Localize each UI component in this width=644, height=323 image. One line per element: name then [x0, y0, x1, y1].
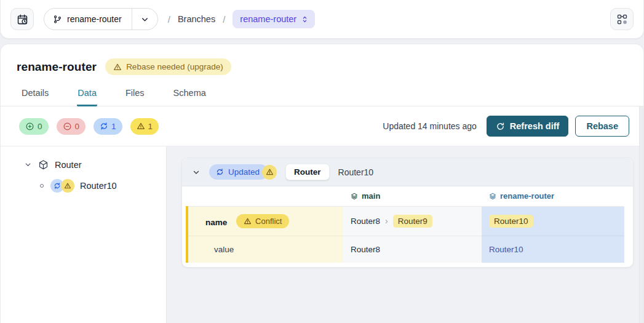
branch-selector-current[interactable]: rename-router	[44, 9, 132, 30]
layers-stack-icon	[351, 193, 358, 200]
diff-stats: 0 0	[19, 118, 159, 135]
tree-node-router-label: Router	[55, 160, 82, 170]
record-tree-panel: Router	[1, 146, 167, 323]
git-branch-icon	[53, 15, 62, 24]
refresh-icon	[496, 122, 505, 131]
change-arrow: ›	[385, 216, 388, 226]
vertical-scrollbar[interactable]	[639, 106, 643, 323]
branch-value-cell-name: Router10	[482, 206, 624, 236]
warning-triangle-icon	[244, 217, 252, 225]
conflict-pill-label: Conflict	[255, 217, 282, 226]
sync-icon	[100, 122, 108, 130]
branch-selector-label: rename-router	[67, 14, 122, 24]
history-button[interactable]	[10, 8, 34, 30]
stat-removed: 0	[57, 118, 86, 135]
package-cube-icon	[38, 159, 49, 170]
tree-node-router10[interactable]: Router10	[40, 179, 166, 193]
refresh-diff-label: Refresh diff	[510, 121, 560, 131]
compare-branch-column-header: rename-router	[482, 186, 624, 206]
warning-triangle-icon	[266, 168, 274, 176]
tab-details[interactable]: Details	[21, 84, 49, 106]
updated-status-pill: Updated	[209, 164, 268, 180]
tab-files[interactable]: Files	[125, 84, 145, 106]
conflict-indicator-badge	[262, 165, 277, 180]
record-type-chip: Router	[285, 164, 330, 180]
diff-row-value: value Router8 Router10	[187, 236, 624, 263]
field-cell-value: value	[187, 236, 343, 263]
tree-node-status-badges	[50, 179, 74, 193]
old-value: Router8	[351, 217, 380, 226]
base-value: Router8	[351, 245, 380, 254]
refresh-diff-button[interactable]: Refresh diff	[487, 116, 569, 137]
page-title: rename-router	[17, 60, 97, 74]
breadcrumb-branches-link[interactable]: Branches	[178, 14, 215, 24]
branch-selector[interactable]: rename-router	[44, 8, 158, 30]
breadcrumb-branch-dropdown[interactable]: rename-router	[233, 10, 315, 28]
tab-bar: Details Data Files Schema	[1, 84, 643, 106]
compare-branch-name: rename-router	[500, 191, 554, 201]
data-tab-panel: 0 0	[1, 106, 643, 323]
branch-value-highlight: Router10	[489, 215, 533, 228]
base-branch-name: main	[362, 191, 380, 201]
calendar-clock-icon	[17, 14, 28, 25]
field-label: name	[205, 218, 227, 227]
tree-bullet-icon	[40, 184, 44, 188]
breadcrumb-separator: /	[223, 14, 225, 25]
branch-value-cell-value: Router10	[482, 236, 624, 263]
chevron-up-down-icon	[301, 15, 309, 23]
diff-panels: Router	[1, 146, 643, 323]
chevron-down-icon	[192, 168, 201, 177]
base-value-cell-name: Router8›Router9	[343, 206, 482, 236]
rebase-needed-badge: Rebase needed (upgrade)	[105, 58, 231, 75]
stat-conflicts-count: 1	[148, 122, 153, 131]
breadcrumb-branch-label: rename-router	[240, 14, 296, 24]
collapse-card-button[interactable]	[192, 168, 201, 177]
sync-icon	[54, 182, 61, 189]
breadcrumb: / Branches / rename-router	[168, 10, 315, 28]
layers-stack-icon	[489, 193, 496, 200]
rebase-button[interactable]: Rebase	[575, 116, 629, 137]
conflict-badge	[61, 179, 74, 193]
circle-plus-icon	[25, 122, 34, 131]
stat-conflicts: 1	[130, 118, 159, 135]
field-cell-name: name Conflict	[187, 206, 343, 236]
main-content-card: rename-router Rebase needed (upgrade) De…	[0, 44, 644, 323]
last-updated-text: Updated 14 minutes ago	[383, 121, 477, 131]
diff-row-name: name Conflict	[187, 206, 624, 236]
chevron-down-icon[interactable]	[24, 161, 32, 169]
record-status-cluster: Updated	[209, 164, 277, 180]
diff-toolbar: 0 0	[1, 106, 643, 146]
stat-added: 0	[19, 118, 49, 135]
diff-detail-panel: Updated Router Router10	[167, 146, 643, 323]
field-column-header	[187, 186, 343, 206]
circle-minus-icon	[63, 122, 72, 131]
diff-record-card: Updated Router Router10	[181, 158, 634, 268]
branch-value: Router10	[489, 245, 523, 254]
warning-triangle-icon	[137, 122, 145, 130]
diff-table-header-row: main rename	[187, 186, 624, 206]
workflow-menu-button[interactable]	[610, 8, 634, 30]
app-window: rename-router / Branches / rename-router	[0, 0, 644, 323]
warning-triangle-icon	[64, 182, 71, 189]
tree-node-router[interactable]: Router	[1, 159, 166, 170]
conflict-pill: Conflict	[236, 214, 289, 228]
sync-icon	[216, 168, 224, 176]
diff-table: main rename	[186, 186, 624, 263]
stat-updated-count: 1	[111, 122, 116, 131]
rebase-needed-label: Rebase needed (upgrade)	[126, 62, 223, 71]
record-title: Router10	[338, 167, 374, 177]
chevron-down-icon	[140, 15, 149, 24]
field-label: value	[205, 245, 234, 254]
diff-card-header[interactable]: Updated Router Router10	[182, 158, 633, 186]
warning-triangle-icon	[113, 63, 122, 71]
updated-status-label: Updated	[228, 167, 260, 177]
diff-table-wrapper: main rename	[182, 186, 633, 267]
tab-schema[interactable]: Schema	[173, 84, 207, 106]
branch-selector-caret[interactable]	[132, 9, 157, 30]
page-header: rename-router Rebase needed (upgrade)	[1, 44, 643, 75]
top-navigation-bar: rename-router / Branches / rename-router	[0, 0, 644, 39]
stat-removed-count: 0	[75, 122, 80, 131]
stat-updated: 1	[93, 118, 122, 135]
new-value-highlight: Router9	[393, 215, 432, 228]
tab-data[interactable]: Data	[77, 84, 97, 106]
